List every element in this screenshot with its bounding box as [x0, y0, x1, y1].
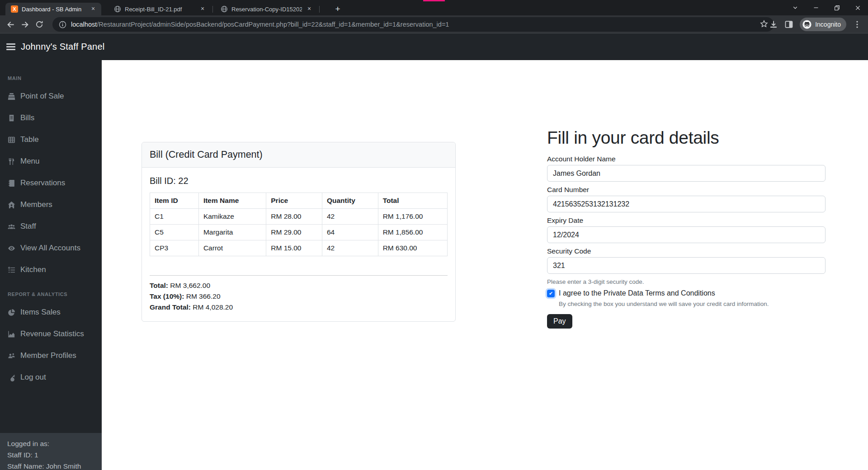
sidebar: MAIN Point of Sale Bills Table Menu Rese… — [0, 60, 102, 470]
site-info-icon[interactable] — [59, 21, 66, 28]
minimize-icon[interactable] — [806, 0, 826, 15]
table-row: CP3 Carrot RM 15.00 42 RM 630.00 — [150, 240, 448, 256]
pay-button[interactable]: Pay — [547, 314, 572, 329]
tab-close-icon[interactable]: × — [90, 5, 97, 13]
restore-window-icon[interactable] — [826, 0, 847, 15]
globe-icon — [221, 5, 228, 13]
agree-checkbox[interactable]: ✔ — [547, 290, 555, 297]
download-icon[interactable] — [769, 20, 778, 29]
bookmark-star-icon[interactable] — [760, 19, 769, 29]
security-code-input[interactable] — [547, 257, 826, 274]
check-icon: ✔ — [549, 291, 553, 296]
toolbar-actions: Incognito — [769, 15, 868, 33]
card-number-input[interactable] — [547, 196, 826, 212]
house-user-icon — [8, 201, 15, 209]
sidebar-item-point-of-sale[interactable]: Point of Sale — [0, 85, 102, 107]
utensils-icon — [8, 158, 15, 165]
sidebar-item-bills[interactable]: Bills — [0, 107, 102, 129]
account-holder-label: Account Holder Name — [547, 155, 826, 163]
sidebar-item-kitchen[interactable]: Kitchen — [0, 259, 102, 281]
tab-title: Dashboard - SB Admin — [22, 6, 86, 13]
app-navbar: Johnny's Staff Panel — [0, 33, 868, 60]
back-icon[interactable] — [4, 18, 17, 31]
sidebar-item-items-sales[interactable]: Items Sales — [0, 301, 102, 323]
col-header-total: Total — [378, 193, 447, 209]
security-code-field-group: Security Code — [547, 247, 826, 278]
account-holder-field-group: Account Holder Name — [547, 155, 826, 186]
sidebar-footer: Logged in as: Staff ID: 1 Staff Name: Jo… — [0, 433, 102, 470]
account-holder-input[interactable] — [547, 165, 826, 182]
bill-card-title: Bill (Credit Card Payment) — [142, 142, 455, 168]
form-title: Fill in your card details — [547, 128, 826, 148]
agree-note: By checking the box you understand we wi… — [559, 301, 826, 307]
sidebar-item-reservations[interactable]: Reservations — [0, 172, 102, 194]
sidebar-item-view-all-accounts[interactable]: View All Accounts — [0, 237, 102, 259]
col-header-item-name: Item Name — [198, 193, 266, 209]
window-controls — [785, 0, 868, 15]
main-content: Bill (Credit Card Payment) Bill ID: 22 I… — [102, 60, 868, 470]
new-tab-button[interactable]: + — [332, 3, 344, 15]
expiry-date-label: Expiry Date — [547, 216, 826, 225]
bill-items-table: Item ID Item Name Price Quantity Total C… — [150, 193, 448, 256]
tab-dashboard[interactable]: X Dashboard - SB Admin × — [5, 3, 101, 15]
security-code-label: Security Code — [547, 247, 826, 255]
logged-in-as-label: Logged in as: — [7, 438, 94, 449]
agree-label: I agree to the Private Data Terms and Co… — [559, 289, 715, 297]
users-icon — [8, 223, 15, 230]
tab-search-chevron-icon[interactable] — [785, 0, 806, 15]
reload-icon[interactable] — [33, 18, 46, 31]
card-details-form: Fill in your card details Account Holder… — [547, 128, 826, 329]
xampp-icon: X — [11, 5, 18, 13]
tab-close-icon[interactable]: × — [199, 5, 206, 13]
sidebar-item-members[interactable]: Members — [0, 194, 102, 216]
kebab-menu-icon[interactable] — [853, 20, 862, 29]
table-grid-icon — [8, 136, 15, 144]
card-number-field-group: Card Number — [547, 186, 826, 216]
card-number-label: Card Number — [547, 186, 826, 194]
close-window-icon[interactable] — [847, 0, 868, 15]
expiry-date-field-group: Expiry Date — [547, 216, 826, 247]
grand-total-line: Grand Total: RM 4,028.20 — [150, 303, 448, 311]
browser-toolbar: localhost/RestaurantProject/adminSide/po… — [0, 15, 868, 33]
url-bar[interactable]: localhost/RestaurantProject/adminSide/po… — [52, 17, 774, 32]
sidebar-item-table[interactable]: Table — [0, 129, 102, 150]
agree-checkbox-row: ✔ I agree to the Private Data Terms and … — [547, 289, 826, 297]
sidebar-item-menu[interactable]: Menu — [0, 150, 102, 172]
staff-id-text: Staff ID: 1 — [7, 449, 94, 461]
eye-icon — [8, 244, 15, 252]
side-panel-icon[interactable] — [784, 20, 793, 29]
sidebar-item-member-profiles[interactable]: Member Profiles — [0, 345, 102, 367]
col-header-item-id: Item ID — [150, 193, 199, 209]
key-icon — [8, 374, 15, 381]
incognito-label: Incognito — [815, 21, 841, 28]
table-header-row: Item ID Item Name Price Quantity Total — [150, 193, 448, 209]
col-header-price: Price — [266, 193, 322, 209]
sidebar-toggle-icon[interactable] — [6, 43, 15, 50]
receipt-icon — [8, 114, 15, 122]
sidebar-item-revenue-statistics[interactable]: Revenue Statistics — [0, 323, 102, 345]
expiry-date-input[interactable] — [547, 226, 826, 243]
bill-id-heading: Bill ID: 22 — [150, 176, 448, 186]
tab-reservation-pdf[interactable]: Reservation-Copy-ID1520232.pd × — [215, 3, 317, 15]
sidebar-item-staff[interactable]: Staff — [0, 216, 102, 237]
col-header-quantity: Quantity — [322, 193, 378, 209]
tab-close-icon[interactable]: × — [306, 5, 313, 13]
total-line: Total: RM 3,662.00 — [150, 282, 448, 290]
totals-divider — [150, 275, 448, 276]
bill-card-body: Bill ID: 22 Item ID Item Name Price Quan… — [142, 168, 455, 321]
sidebar-heading-main: MAIN — [8, 75, 102, 81]
clipboard-list-icon — [8, 266, 15, 274]
area-chart-icon — [8, 330, 15, 338]
app-title: Johnny's Staff Panel — [21, 42, 104, 52]
table-row: C5 Margarita RM 29.00 64 RM 1,856.00 — [150, 225, 448, 240]
sidebar-heading-reports: REPORT & ANALYTICS — [8, 291, 102, 297]
user-group-icon — [8, 352, 15, 360]
pie-chart-icon — [8, 309, 15, 316]
tab-receipt-pdf[interactable]: Receipt-Bill_ID-21.pdf × — [108, 3, 211, 15]
incognito-badge[interactable]: Incognito — [800, 18, 846, 31]
sidebar-item-log-out[interactable]: Log out — [0, 367, 102, 388]
tab-title: Reservation-Copy-ID1520232.pd — [231, 6, 302, 13]
bill-totals: Total: RM 3,662.00 Tax (10%): RM 366.20 … — [150, 282, 448, 311]
tax-line: Tax (10%): RM 366.20 — [150, 292, 448, 301]
forward-icon[interactable] — [18, 18, 32, 31]
